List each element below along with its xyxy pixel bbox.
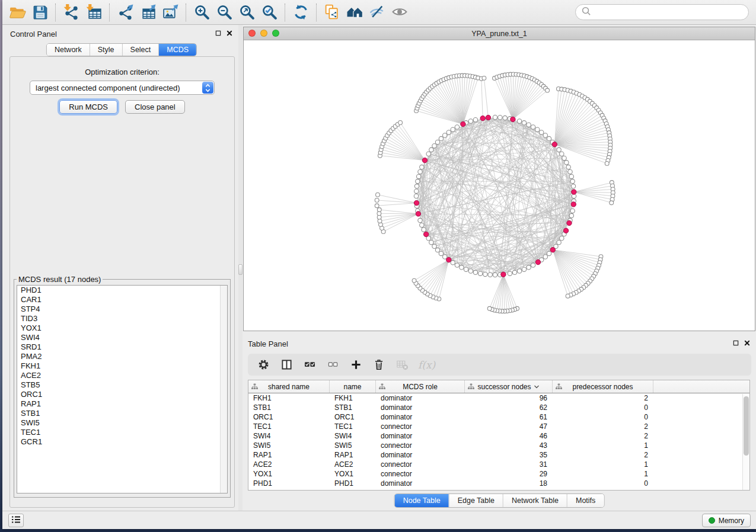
network-node[interactable] xyxy=(557,148,561,152)
cell-shared-name[interactable]: SWI5 xyxy=(248,441,330,450)
network-node[interactable] xyxy=(498,116,502,120)
network-node[interactable] xyxy=(566,165,570,169)
table-tab-motifs[interactable]: Motifs xyxy=(567,494,604,507)
splitter-handle[interactable] xyxy=(238,264,243,275)
network-node[interactable] xyxy=(547,136,551,140)
cell-MCDS-role[interactable]: connector xyxy=(376,422,465,431)
network-node[interactable] xyxy=(527,265,531,270)
zoom-out-button[interactable] xyxy=(213,2,235,23)
network-node[interactable] xyxy=(564,161,569,165)
network-node[interactable] xyxy=(432,244,436,248)
mcds-node[interactable] xyxy=(486,115,490,120)
mcds-node[interactable] xyxy=(552,142,557,147)
network-node[interactable] xyxy=(570,179,575,183)
network-node[interactable] xyxy=(468,119,473,123)
network-node[interactable] xyxy=(488,273,492,277)
cell-shared-name[interactable]: RAP1 xyxy=(248,451,330,459)
network-node[interactable] xyxy=(539,130,543,134)
cell-name[interactable]: SWI4 xyxy=(330,432,376,440)
cell-MCDS-role[interactable]: connector xyxy=(376,460,465,469)
add-row-button[interactable] xyxy=(349,358,363,372)
network-node[interactable] xyxy=(418,169,422,174)
cell-shared-name[interactable]: YOX1 xyxy=(248,470,330,478)
mcds-result-item[interactable]: FKH1 xyxy=(17,361,227,371)
mcds-node[interactable] xyxy=(563,228,568,233)
network-canvas[interactable] xyxy=(244,40,755,331)
import-network-button[interactable] xyxy=(60,2,82,23)
network-node[interactable] xyxy=(376,193,380,197)
network-node[interactable] xyxy=(375,198,379,203)
tab-network[interactable]: Network xyxy=(47,44,90,56)
network-node[interactable] xyxy=(543,255,547,259)
mcds-result-item[interactable]: SWI4 xyxy=(17,333,227,342)
table-scrollbar[interactable] xyxy=(742,394,749,490)
cell-MCDS-role[interactable]: connector xyxy=(376,441,465,450)
network-node[interactable] xyxy=(473,117,477,121)
network-node[interactable] xyxy=(531,125,535,129)
network-node[interactable] xyxy=(377,211,381,216)
network-node[interactable] xyxy=(455,263,459,267)
mcds-result-item[interactable]: STB5 xyxy=(17,380,227,390)
network-node[interactable] xyxy=(378,219,382,223)
network-node[interactable] xyxy=(416,179,420,183)
export-network-button[interactable] xyxy=(114,2,136,23)
cell-predecessor-nodes[interactable]: 0 xyxy=(553,479,653,488)
network-node[interactable] xyxy=(451,127,455,132)
network-node[interactable] xyxy=(420,165,424,169)
task-history-button[interactable] xyxy=(8,514,24,527)
network-node[interactable] xyxy=(451,261,455,265)
table-row[interactable]: RAP1RAP1dominator352 xyxy=(248,450,749,460)
network-node[interactable] xyxy=(527,123,531,127)
network-node[interactable] xyxy=(416,174,420,178)
network-node[interactable] xyxy=(414,184,419,188)
cell-predecessor-nodes[interactable]: 0 xyxy=(553,403,653,412)
column-header-shared-name[interactable]: shared name xyxy=(248,380,330,393)
network-node[interactable] xyxy=(535,127,540,132)
network-node[interactable] xyxy=(473,270,477,274)
network-node[interactable] xyxy=(435,248,439,252)
table-row[interactable]: SWI5SWI5connector431 xyxy=(248,441,749,450)
network-node[interactable] xyxy=(429,240,433,244)
mcds-node[interactable] xyxy=(550,248,555,252)
cell-MCDS-role[interactable]: dominator xyxy=(376,394,465,402)
network-node[interactable] xyxy=(464,267,468,271)
network-node[interactable] xyxy=(412,278,416,283)
mcds-result-list[interactable]: PHD1CAR1STP4TID3YOX1SWI4SRD1PMA2FKH1ACE2… xyxy=(17,285,228,493)
close-traffic-light[interactable] xyxy=(248,30,256,37)
cell-successor-nodes[interactable]: 18 xyxy=(465,479,553,488)
cell-shared-name[interactable]: FKH1 xyxy=(248,394,330,402)
network-node[interactable] xyxy=(566,294,570,298)
network-node[interactable] xyxy=(478,271,482,275)
table-row[interactable]: FKH1FKH1dominator962 xyxy=(248,393,749,403)
mcds-result-item[interactable]: TEC1 xyxy=(17,428,227,437)
cell-name[interactable]: SWI5 xyxy=(330,441,376,450)
mcds-result-item[interactable]: TID3 xyxy=(17,314,227,323)
mcds-result-item[interactable]: SWI5 xyxy=(17,418,227,428)
network-node[interactable] xyxy=(414,189,419,193)
cell-shared-name[interactable]: ORC1 xyxy=(248,413,330,421)
network-node[interactable] xyxy=(443,255,447,259)
mcds-result-item[interactable]: CAR1 xyxy=(17,295,227,305)
gear-button[interactable] xyxy=(256,358,270,372)
table-row[interactable]: ORC1ORC1dominator610 xyxy=(248,412,749,422)
column-header-successor-nodes[interactable]: successor nodes xyxy=(465,380,553,393)
mcds-node[interactable] xyxy=(501,272,506,277)
close-icon[interactable] xyxy=(227,30,232,36)
network-node[interactable] xyxy=(517,269,521,273)
network-node[interactable] xyxy=(420,223,424,227)
cell-successor-nodes[interactable]: 47 xyxy=(465,422,553,431)
network-node[interactable] xyxy=(512,270,516,274)
zoom-in-button[interactable] xyxy=(190,2,213,23)
float-icon[interactable] xyxy=(733,340,739,346)
network-node[interactable] xyxy=(418,218,422,222)
cell-name[interactable]: ORC1 xyxy=(330,413,376,421)
cell-shared-name[interactable]: TEC1 xyxy=(248,422,330,431)
network-node[interactable] xyxy=(443,133,447,137)
tab-mcds[interactable]: MCDS xyxy=(158,44,196,56)
cell-predecessor-nodes[interactable]: 0 xyxy=(553,413,653,421)
network-node[interactable] xyxy=(543,133,547,137)
network-node[interactable] xyxy=(610,201,614,205)
delete-row-button[interactable] xyxy=(372,358,386,372)
network-node[interactable] xyxy=(560,152,564,156)
cell-shared-name[interactable]: SWI4 xyxy=(248,432,330,440)
